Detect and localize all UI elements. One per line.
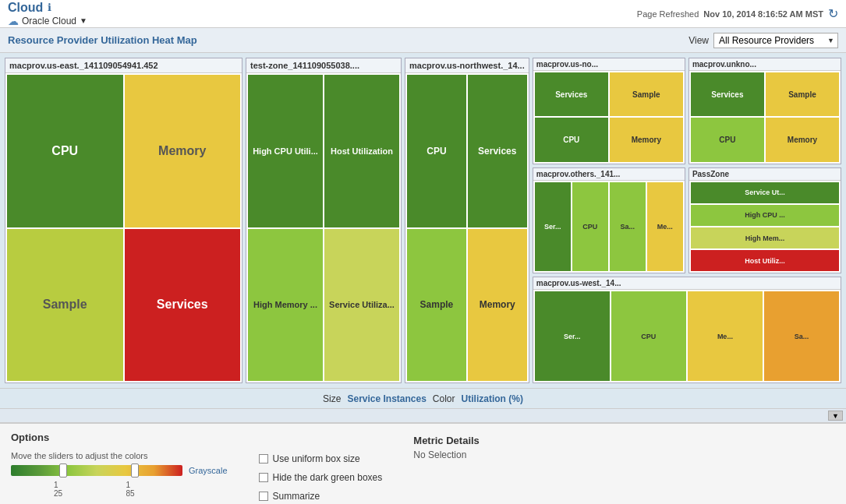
cell-sample-large[interactable]: Sample [7,229,123,382]
header: Cloud ℹ ☁ Oracle Cloud ▼ Page Refreshed … [0,0,846,28]
provider-large-label: macprov.us-east._141109054941.452 [5,58,242,73]
cell-memory-large[interactable]: Memory [125,75,241,227]
provider-large: macprov.us-east._141109054941.452 CPU Me… [5,58,242,383]
toolbar: Resource Provider Utilization Heat Map V… [0,28,846,53]
options-panel: Options Move the sliders to adjust the c… [0,422,846,504]
color-accent: Utilization (%) [462,393,523,404]
hide-dark-checkbox-row[interactable]: Hide the dark green boxes [259,472,383,483]
view-label: View [688,35,709,46]
provider-west-label: macprov.us-west._14... [533,277,841,290]
toolbar-right: View All Resource Providers [688,33,838,48]
uniform-box-label: Use uniform box size [273,453,360,464]
cell-no-memory[interactable]: Memory [610,118,683,161]
provider-no-label: macprov.us-no... [533,58,685,71]
cell-others-me[interactable]: Me... [647,182,683,272]
cell-nw-memory[interactable]: Memory [468,229,527,382]
scroll-indicator: ▼ [0,408,846,422]
cell-passzone-highmem[interactable]: High Mem... [691,227,839,248]
cell-others-sa[interactable]: Sa... [610,182,646,272]
uniform-box-checkbox[interactable] [259,454,268,463]
uniform-box-checkbox-row[interactable]: Use uniform box size [259,453,383,464]
metric-title: Metric Details [413,435,480,446]
page-refreshed-label: Page Refreshed [637,9,699,19]
provider-others: macprov.others._141... Ser... CPU Sa... … [533,167,685,274]
provider-no: macprov.us-no... Services Sample CPU Mem… [533,58,685,164]
summarize-checkbox[interactable] [259,492,268,501]
view-select-wrapper[interactable]: All Resource Providers [713,33,838,48]
cell-passzone-host[interactable]: Host Utiliz... [691,250,839,271]
slider-thumb-2[interactable] [131,463,139,478]
right-top-row: macprov.us-no... Services Sample CPU Mem… [533,58,841,164]
cell-nw-cpu[interactable]: CPU [407,75,466,227]
summarize-checkbox-row[interactable]: Summarize [259,491,383,502]
color-label: Color [433,393,455,404]
slider-label: Move the sliders to adjust the colors [11,451,228,460]
provider-unkno: macprov.unkno... Services Sample CPU Mem… [688,58,841,164]
cell-host-util[interactable]: Host Utilization [324,75,399,227]
provider-northwest: macprov.us-northwest._14... CPU Services… [405,58,529,383]
hide-dark-label: Hide the dark green boxes [273,472,383,483]
cell-west-me[interactable]: Me... [688,291,763,381]
cell-others-ser[interactable]: Ser... [535,182,571,272]
tick-label-1: 125 [54,481,62,498]
cell-nw-services[interactable]: Services [468,75,527,227]
cell-service-util[interactable]: Service Utiliza... [324,229,399,382]
cell-nw-sample[interactable]: Sample [407,229,466,382]
provider-others-label: macprov.others._141... [533,168,685,181]
options-left: Options Move the sliders to adjust the c… [11,432,228,504]
metric-value: No Selection [413,449,480,460]
slider-thumb-1[interactable] [59,463,67,478]
tick-label-2: 185 [126,481,134,498]
provider-test-zone: test-zone_141109055038.... High CPU Util… [246,58,402,383]
summarize-label: Summarize [273,491,320,502]
cell-unkno-services[interactable]: Services [691,72,764,116]
provider-passzone-label: PassZone [689,168,841,181]
cell-others-cpu[interactable]: CPU [572,182,608,272]
heatmap-main: macprov.us-east._141109054941.452 CPU Me… [0,53,846,388]
slider-row: Grayscale [11,465,228,476]
provider-passzone: PassZone Service Ut... High CPU ... High… [688,167,841,274]
cell-high-memory[interactable]: High Memory ... [248,229,323,382]
cell-services-large[interactable]: Services [125,229,241,382]
scroll-down-button[interactable]: ▼ [828,411,843,421]
provider-unkno-label: macprov.unkno... [689,58,841,71]
cell-west-ser[interactable]: Ser... [535,291,610,381]
info-icon[interactable]: ℹ [48,2,51,13]
metric-details: Metric Details No Selection [413,435,480,504]
options-title: Options [11,432,228,443]
hide-dark-checkbox[interactable] [259,473,268,482]
provider-northwest-label: macprov.us-northwest._14... [405,58,529,73]
size-accent: Service Instances [347,393,426,404]
page-title: Resource Provider Utilization Heat Map [8,34,197,46]
cell-cpu-large[interactable]: CPU [7,75,123,227]
provider-test-zone-label: test-zone_141109055038.... [246,58,401,73]
right-middle-row: macprov.others._141... Ser... CPU Sa... … [533,167,841,274]
oracle-cloud-label: Oracle Cloud [22,16,76,26]
cell-no-cpu[interactable]: CPU [535,118,608,161]
refresh-date: Nov 10, 2014 8:16:52 AM MST [703,9,823,19]
cell-no-sample[interactable]: Sample [610,72,683,116]
dropdown-arrow-icon: ▼ [80,16,87,25]
grayscale-button[interactable]: Grayscale [189,466,228,475]
cell-west-cpu[interactable]: CPU [611,291,686,381]
cell-unkno-cpu[interactable]: CPU [691,118,764,161]
cell-unkno-sample[interactable]: Sample [766,72,839,116]
view-select[interactable]: All Resource Providers [713,33,838,48]
header-right: Page Refreshed Nov 10, 2014 8:16:52 AM M… [637,6,838,21]
legend-bar: Size Service Instances Color Utilization… [0,388,846,408]
cell-west-sa[interactable]: Sa... [764,291,839,381]
right-bottom-row: macprov.us-west._14... Ser... CPU Me... … [533,277,841,383]
header-title: Cloud [8,1,43,15]
cell-unkno-memory[interactable]: Memory [766,118,839,161]
options-checkboxes: Use uniform box size Hide the dark green… [259,447,383,504]
color-bar[interactable] [11,465,182,476]
oracle-cloud-selector[interactable]: ☁ Oracle Cloud ▼ [8,15,87,27]
provider-west: macprov.us-west._14... Ser... CPU Me... … [533,277,841,383]
refresh-icon[interactable]: ↻ [828,6,838,21]
cell-no-services[interactable]: Services [535,72,608,116]
right-column: macprov.us-no... Services Sample CPU Mem… [533,58,841,383]
cell-passzone-highcpu[interactable]: High CPU ... [691,205,839,226]
cloud-icon: ☁ [8,15,19,27]
cell-passzone-service[interactable]: Service Ut... [691,182,839,203]
cell-high-cpu[interactable]: High CPU Utili... [248,75,323,227]
